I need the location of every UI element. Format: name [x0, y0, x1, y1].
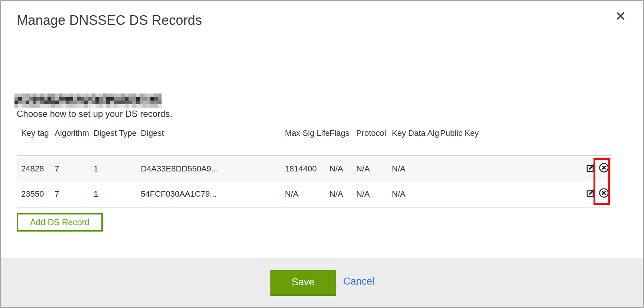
- delete-icon: [598, 187, 609, 201]
- cancel-link[interactable]: Cancel: [343, 276, 374, 287]
- instruction-text: Choose how to set up your DS records.: [17, 109, 172, 119]
- delete-record-button[interactable]: [598, 189, 609, 200]
- cell-digest: D4A33E8DD550A9...: [141, 164, 218, 174]
- close-icon: [615, 11, 626, 23]
- edit-record-button[interactable]: [586, 163, 597, 174]
- save-button[interactable]: Save: [270, 270, 336, 296]
- cell-max-sig-life: N/A: [285, 189, 299, 199]
- cell-digest: 54FCF030AA1C79...: [141, 189, 217, 199]
- cell-digest-type: 1: [94, 164, 98, 174]
- cell-algorithm: 7: [55, 189, 59, 199]
- column-header-max-sig-life: Max Sig Life: [285, 128, 330, 138]
- delete-icon: [598, 162, 609, 176]
- cell-flags: N/A: [329, 189, 343, 199]
- ds-records-table: Key tag Algorithm Digest Type Digest Max…: [17, 126, 612, 207]
- delete-record-button[interactable]: [598, 163, 609, 174]
- column-header-key-tag: Key tag: [21, 128, 49, 138]
- edit-icon: [586, 163, 596, 175]
- cell-algorithm: 7: [55, 164, 59, 174]
- table-row: 23550 7 1 54FCF030AA1C79... N/A N/A N/A …: [17, 181, 612, 207]
- page-title: Manage DNSSEC DS Records: [17, 13, 202, 28]
- column-header-protocol: Protocol: [356, 128, 386, 138]
- cell-key-tag: 23550: [21, 189, 44, 199]
- cell-protocol: N/A: [356, 164, 370, 174]
- column-header-flags: Flags: [329, 128, 349, 138]
- close-button[interactable]: [614, 10, 627, 23]
- table-row: 24828 7 1 D4A33E8DD550A9... 1814400 N/A …: [17, 156, 612, 181]
- column-header-public-key: Public Key: [440, 128, 479, 138]
- cell-flags: N/A: [329, 164, 343, 174]
- edit-record-button[interactable]: [586, 189, 597, 200]
- column-header-digest-type: Digest Type: [94, 128, 137, 138]
- column-header-digest: Digest: [141, 128, 164, 138]
- edit-icon: [586, 188, 596, 200]
- cell-key-data-alg: N/A: [392, 164, 406, 174]
- column-header-key-data-alg: Key Data Alg: [392, 128, 439, 138]
- cell-digest-type: 1: [94, 189, 98, 199]
- redacted-domain-name: [14, 94, 162, 108]
- cell-key-data-alg: N/A: [392, 189, 406, 199]
- column-header-algorithm: Algorithm: [55, 128, 89, 138]
- add-ds-record-button[interactable]: Add DS Record: [17, 213, 103, 232]
- modal-footer: Save Cancel: [1, 258, 643, 307]
- cell-max-sig-life: 1814400: [285, 164, 317, 174]
- cell-key-tag: 24828: [21, 164, 44, 174]
- table-header-row: Key tag Algorithm Digest Type Digest Max…: [17, 126, 612, 156]
- manage-dnssec-modal: Manage DNSSEC DS Records Choose how to s…: [0, 0, 644, 308]
- cell-protocol: N/A: [356, 189, 370, 199]
